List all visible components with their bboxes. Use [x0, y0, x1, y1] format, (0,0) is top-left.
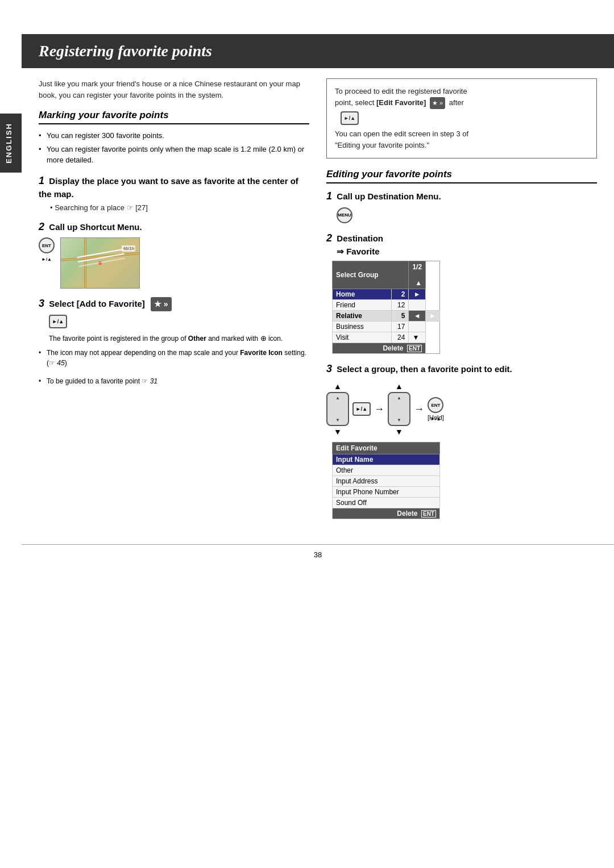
scroll-up-icon[interactable]: ▲ [415, 279, 422, 287]
ent-hold-btn[interactable]: ENT►/▲ [428, 397, 443, 413]
relative-label: Relative [333, 310, 392, 321]
step1-sub-text: • Searching for a place ☞ [27] [50, 203, 148, 212]
tab-label: ENGLISH [5, 123, 13, 164]
edit-row-phone[interactable]: Input Phone Number [333, 487, 440, 498]
edit-favorite-menu: Edit Favorite Input Name Other Input Add… [332, 442, 597, 519]
page-title: Registering favorite points [39, 42, 212, 60]
bullet-2: You can register favorite points only wh… [39, 144, 309, 166]
edit-step3-text: Select a group, then a favorite point to… [337, 364, 512, 374]
info-icon-row: ►/▲ [341, 111, 588, 125]
edit-step2-number: 2 [326, 232, 332, 244]
up-arrow-2-icon: ▲ [395, 382, 403, 391]
editing-step-2: 2 Destination ⇒ Favorite [326, 231, 597, 354]
ent-hold-wrapper: ENT►/▲ [Hold] [428, 397, 444, 421]
friend-num: 12 [392, 299, 409, 310]
sound-label: Sound Off [333, 498, 440, 508]
menu-header-row: Select Group 1/2 ▲ [333, 261, 440, 289]
step3-ok-row: ►/▲ [49, 315, 309, 328]
menu-row-relative[interactable]: Relative 5 ◄ ► [333, 310, 440, 321]
seq-arrow2: → [414, 403, 424, 415]
info-after: after [449, 98, 464, 107]
step2-number: 2 [39, 221, 44, 232]
step1-text: Display the place you want to save as fa… [39, 176, 298, 199]
english-tab: ENGLISH [0, 114, 22, 173]
business-label: Business [333, 321, 392, 332]
menu-row-business[interactable]: Business 17 [333, 321, 440, 332]
ok-btn-step3[interactable]: ►/▲ [49, 315, 67, 328]
edit-sequence: ▲ ▼ ►/▲ → ▲ ▼ [326, 382, 597, 436]
page: ENGLISH Registering favorite points Just… [0, 0, 614, 868]
select-group-header: Select Group [333, 261, 409, 289]
down-arrow-2-icon: ▼ [395, 427, 403, 436]
hold-label: [Hold] [428, 414, 444, 421]
info-ok-btn[interactable]: ►/▲ [341, 111, 359, 125]
info-line1: To proceed to edit the registered favori… [335, 86, 588, 97]
step3-bullet1: The icon may not appear depending on the… [39, 348, 309, 368]
menu-row-visit[interactable]: Visit 24 ▼ [333, 332, 440, 343]
phone-label: Input Phone Number [333, 487, 440, 498]
home-num: 2 [392, 289, 409, 299]
nav-next[interactable]: ► [426, 310, 440, 321]
step1-sub: • Searching for a place ☞ [27] [50, 203, 309, 212]
visit-num: 24 [392, 332, 409, 343]
edit-menu-header: Edit Favorite [333, 443, 440, 454]
seq-arrow: → [374, 403, 384, 415]
delete-bar[interactable]: Delete ENT [333, 343, 426, 353]
step3-text: Select [Add to Favorite] [49, 299, 144, 308]
intro-text: Just like you mark your friend's house o… [39, 78, 309, 101]
info-line2: point, select [Edit Favorite] ★ » after [335, 97, 588, 109]
down-arrow-icon: ▼ [334, 427, 342, 436]
bullet-1: You can register 300 favorite points. [39, 130, 309, 141]
edit-row-other[interactable]: Other [333, 465, 440, 476]
select-group-table: Select Group 1/2 ▲ Home 2 [332, 261, 440, 354]
edit-row-input-name[interactable]: Input Name [333, 454, 440, 465]
scroll-down-icon[interactable]: ▼ [409, 332, 426, 343]
menu-btn[interactable]: MENU [337, 207, 352, 223]
visit-label: Visit [333, 332, 392, 343]
relative-num: 5 [392, 310, 409, 321]
business-num: 17 [392, 321, 409, 332]
nav-prev[interactable]: ◄ [409, 310, 426, 321]
enter-icon: ENT [407, 345, 422, 352]
info-line4: You can open the edit screen in step 3 o… [335, 128, 588, 140]
edit-row-input-address[interactable]: Input Address [333, 476, 440, 487]
edit-step3-number: 3 [326, 363, 332, 374]
nav-joystick[interactable] [326, 392, 349, 426]
main-content: Just like you mark your friend's house o… [22, 68, 614, 527]
step1-header: 1 Display the place you want to save as … [39, 174, 309, 200]
edit-row-sound[interactable]: Sound Off [333, 498, 440, 508]
edit-delete-bar[interactable]: Delete ENT [333, 508, 440, 519]
edit-favorite-header: Edit Favorite [333, 443, 440, 454]
nav-joystick-2[interactable] [388, 392, 410, 426]
marking-section: Marking your favorite points You can reg… [39, 110, 309, 386]
star-add-btn[interactable]: ★ » [151, 297, 172, 312]
home-label: Home [333, 289, 392, 299]
editing-heading: Editing your favorite points [326, 169, 597, 183]
compass-icon: ⊕ [260, 334, 267, 343]
menu-row-home[interactable]: Home 2 ► [333, 289, 440, 299]
step3-note1: The favorite point is registered in the … [49, 333, 309, 344]
info-box: To proceed to edit the registered favori… [326, 78, 597, 158]
step3-header: 3 Select [Add to Favorite] ★ » [39, 297, 309, 312]
edit-enter-icon: ENT [421, 510, 436, 518]
marking-step-1: 1 Display the place you want to save as … [39, 174, 309, 212]
seq-ok[interactable]: ►/▲ [352, 402, 371, 416]
edit-step1-text: Call up Destination Menu. [337, 191, 441, 201]
header-right: 1/2 [412, 263, 422, 271]
nav-right[interactable]: ► [409, 289, 426, 299]
edit-delete-label: Delete [397, 510, 417, 518]
title-bar: Registering favorite points [22, 34, 614, 68]
right-column: To proceed to edit the registered favori… [326, 68, 597, 527]
editing-step-3: 3 Select a group, then a favorite point … [326, 362, 597, 519]
step2-header: 2 Call up Shortcut Menu. [39, 220, 309, 234]
header-left: Select Group [336, 271, 379, 279]
step1-number: 1 [39, 175, 44, 186]
menu-row-friend[interactable]: Friend 12 [333, 299, 440, 310]
marking-step-3: 3 Select [Add to Favorite] ★ » ►/▲ The f… [39, 297, 309, 386]
editing-step-1: 1 Call up Destination Menu. MENU [326, 189, 597, 223]
edit-step1-number: 1 [326, 190, 332, 202]
nav-device2-wrapper: ▲ ▼ [388, 382, 410, 436]
ent-btn[interactable]: ENT►/▲ [39, 237, 55, 253]
menu-delete-row: Delete ENT [333, 343, 440, 353]
info-bold: [Edit Favorite] [376, 98, 426, 107]
